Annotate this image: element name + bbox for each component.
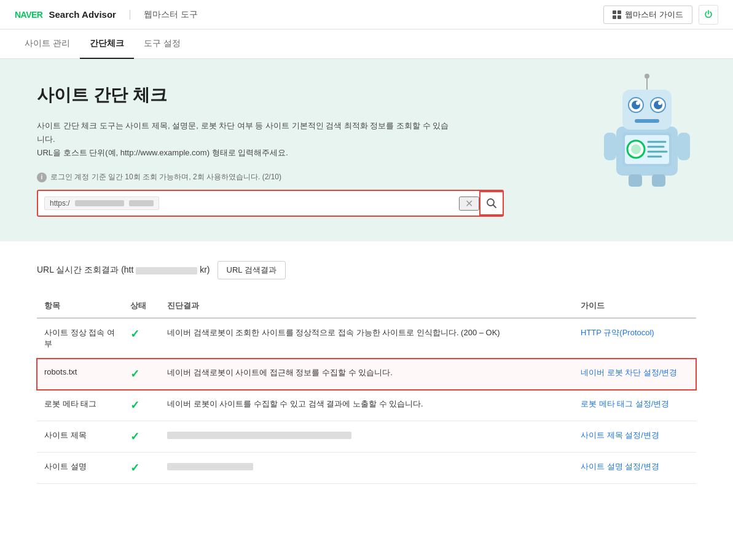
cell-status: ✓ xyxy=(123,359,160,390)
svg-point-10 xyxy=(636,101,640,105)
svg-point-11 xyxy=(658,101,662,105)
header-subtitle: 웹마스터 도구 xyxy=(144,9,198,20)
webmaster-guide-button[interactable]: 웹마스터 가이드 xyxy=(603,6,692,24)
search-submit-button[interactable] xyxy=(479,191,504,216)
table-row: 사이트 설명✓사이트 설명 설정/변경 xyxy=(37,453,696,484)
svg-rect-21 xyxy=(604,133,616,160)
cell-item: robots.txt xyxy=(37,359,123,390)
cell-status: ✓ xyxy=(123,453,160,484)
grid-icon xyxy=(613,10,621,19)
table-row: robots.txt✓네이버 검색로봇이 사이트에 접근해 정보를 수집할 수 … xyxy=(37,359,696,390)
diagnosis-blurred xyxy=(167,463,253,470)
url-search-result-button[interactable]: URL 검색결과 xyxy=(218,261,286,279)
app-title: Search Advisor xyxy=(49,9,116,20)
power-icon xyxy=(704,10,713,20)
cell-guide: 사이트 설명 설정/변경 xyxy=(573,453,696,484)
cell-status: ✓ xyxy=(123,390,160,421)
svg-point-5 xyxy=(645,74,649,79)
result-url-label: URL 실시간 조회결과 (htt kr) xyxy=(37,265,210,276)
svg-point-16 xyxy=(631,144,641,154)
cell-guide: HTTP 규약(Protocol) xyxy=(573,318,696,359)
cell-guide: 로봇 메타 태그 설정/변경 xyxy=(573,390,696,421)
notice-text: 로그인 계정 기준 일간 10회 조회 가능하며, 2회 사용하였습니다. (2… xyxy=(50,172,281,182)
hero-description: 사이트 간단 체크 도구는 사이트 제목, 설명문, 로봇 차단 여부 등 사이… xyxy=(37,119,455,160)
url-blurred-part2 xyxy=(129,200,154,206)
svg-line-1 xyxy=(493,205,496,208)
tab-site-management[interactable]: 사이트 관리 xyxy=(15,29,80,59)
header: NAVER Search Advisor 웹마스터 도구 웹마스터 가이드 xyxy=(0,0,733,29)
clear-icon: ✕ xyxy=(465,198,473,209)
table-row: 사이트 정상 접속 여부✓네이버 검색로봇이 조회한 사이트를 정상적으로 접속… xyxy=(37,318,696,359)
guide-link[interactable]: HTTP 규약(Protocol) xyxy=(581,328,654,337)
check-icon: ✓ xyxy=(130,462,139,474)
url-text: https:/ xyxy=(50,199,70,208)
nav-tabs: 사이트 관리 간단체크 도구 설정 xyxy=(0,29,733,59)
result-table: 항목 상태 진단결과 가이드 사이트 정상 접속 여부✓네이버 검색로봇이 조회… xyxy=(37,294,696,484)
result-header: URL 실시간 조회결과 (htt kr) URL 검색결과 xyxy=(37,261,696,279)
naver-logo: NAVER xyxy=(15,10,42,20)
tab-quick-check[interactable]: 간단체크 xyxy=(80,29,134,59)
svg-rect-12 xyxy=(635,119,659,123)
header-divider xyxy=(130,10,130,20)
svg-rect-23 xyxy=(629,174,642,187)
col-header-item: 항목 xyxy=(37,294,123,318)
cell-item: 로봇 메타 태그 xyxy=(37,390,123,421)
header-right: 웹마스터 가이드 xyxy=(603,5,718,25)
cell-item: 사이트 제목 xyxy=(37,421,123,453)
svg-rect-22 xyxy=(678,133,690,160)
cell-diagnosis xyxy=(160,453,573,484)
search-icon xyxy=(486,198,497,209)
cell-guide: 사이트 제목 설정/변경 xyxy=(573,421,696,453)
search-clear-button[interactable]: ✕ xyxy=(459,196,479,211)
col-header-status: 상태 xyxy=(123,294,160,318)
col-header-guide: 가이드 xyxy=(573,294,696,318)
hero-section: 사이트 간단 체크 사이트 간단 체크 도구는 사이트 제목, 설명문, 로봇 … xyxy=(0,59,733,241)
cell-diagnosis: 네이버 검색로봇이 사이트에 접근해 정보를 수집할 수 있습니다. xyxy=(160,359,573,390)
check-icon: ✓ xyxy=(130,328,139,340)
check-icon: ✓ xyxy=(130,368,139,380)
check-icon: ✓ xyxy=(130,399,139,411)
cell-diagnosis: 네이버 로봇이 사이트를 수집할 수 있고 검색 결과에 노출할 수 있습니다. xyxy=(160,390,573,421)
diagnosis-blurred xyxy=(167,432,351,439)
cell-diagnosis xyxy=(160,421,573,453)
logo-area: NAVER Search Advisor 웹마스터 도구 xyxy=(15,9,198,20)
search-box: https:/ ✕ xyxy=(37,190,504,217)
power-button[interactable] xyxy=(699,5,718,25)
guide-link[interactable]: 네이버 로봇 차단 설정/변경 xyxy=(581,368,677,377)
cell-item: 사이트 설명 xyxy=(37,453,123,484)
cell-diagnosis: 네이버 검색로봇이 조회한 사이트를 정상적으로 접속 가능한 사이트로 인식합… xyxy=(160,318,573,359)
info-icon: i xyxy=(37,173,47,182)
col-header-diagnosis: 진단결과 xyxy=(160,294,573,318)
table-header-row: 항목 상태 진단결과 가이드 xyxy=(37,294,696,318)
robot-illustration xyxy=(598,71,696,188)
guide-link[interactable]: 사이트 제목 설정/변경 xyxy=(581,430,659,440)
main-content: URL 실시간 조회결과 (htt kr) URL 검색결과 항목 상태 진단결… xyxy=(0,241,733,504)
cell-status: ✓ xyxy=(123,318,160,359)
url-search-input[interactable] xyxy=(165,191,459,216)
guide-button-label: 웹마스터 가이드 xyxy=(625,9,683,20)
url-blurred-part xyxy=(75,200,124,206)
table-row: 로봇 메타 태그✓네이버 로봇이 사이트를 수집할 수 있고 검색 결과에 노출… xyxy=(37,390,696,421)
url-blurred xyxy=(136,267,197,274)
guide-link[interactable]: 사이트 설명 설정/변경 xyxy=(581,462,659,471)
tab-tool-settings[interactable]: 도구 설정 xyxy=(134,29,190,59)
svg-rect-24 xyxy=(652,174,665,187)
table-row: 사이트 제목✓사이트 제목 설정/변경 xyxy=(37,421,696,453)
guide-link[interactable]: 로봇 메타 태그 설정/변경 xyxy=(581,399,669,408)
cell-guide: 네이버 로봇 차단 설정/변경 xyxy=(573,359,696,390)
url-prefix-area: https:/ xyxy=(38,196,165,210)
url-prefix-tag: https:/ xyxy=(44,196,159,210)
check-icon: ✓ xyxy=(130,430,139,443)
cell-item: 사이트 정상 접속 여부 xyxy=(37,318,123,359)
cell-status: ✓ xyxy=(123,421,160,453)
